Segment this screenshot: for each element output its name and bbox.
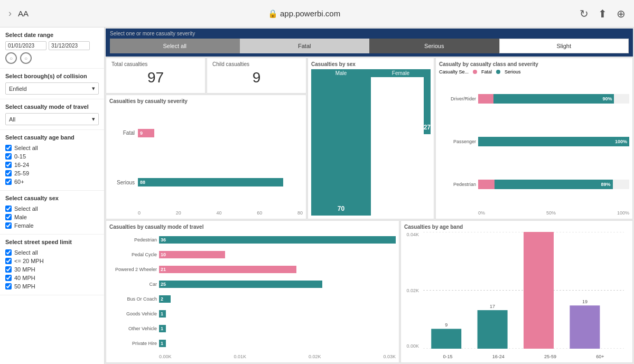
sex-female[interactable]: Female [5, 221, 99, 230]
female-bar: 27 [424, 77, 431, 134]
share-icon[interactable]: ⬆ [598, 7, 607, 20]
pedal-cycle-bar: 10 [159, 251, 225, 258]
age-band-label: Select casualty age band [5, 134, 99, 141]
borough-value: Enfield [9, 86, 27, 92]
other-bar: 1 [159, 325, 166, 332]
back-button[interactable]: › [8, 8, 12, 19]
p2w-label: Powered 2 Wheeler [109, 267, 157, 272]
mode-bars: Pedestrian 36 Pedal Cycle 10 Powered 2 W… [109, 232, 396, 353]
other-row: Other Vehicle 1 [109, 324, 396, 333]
url-bar[interactable]: 🔒 app.powerbi.com [35, 9, 573, 18]
speed-label: Select street speed limit [5, 239, 99, 245]
severity-bar-chart: Casualties by casualty severity Fatal 9 … [106, 95, 306, 219]
bus-bar: 2 [159, 295, 171, 303]
male-value: 70 [338, 205, 344, 212]
y-label-bot: 0.00K [404, 343, 419, 349]
child-label: Child casualties [212, 61, 301, 67]
age-select-all[interactable]: Select all [5, 144, 99, 152]
fatal-legend-label: Fatal [481, 69, 492, 74]
severity-x-axis: 0 20 40 60 80 [109, 210, 303, 216]
sex-filter: Select casualty sex Select all Male Fema… [0, 191, 104, 235]
p2w-row: Powered 2 Wheeler 21 [109, 265, 396, 274]
class-chart-title: Casualty by casualty class and severity [439, 61, 629, 67]
sex-chart: Casualties by sex Male 70 Female 27 [307, 58, 434, 219]
serious-legend-dot [496, 70, 500, 74]
mode-value: All [9, 116, 15, 123]
sex-chart-title: Casualties by sex [311, 61, 431, 67]
age-16-24[interactable]: 16-24 [5, 161, 99, 169]
speed-20[interactable]: <= 20 MPH [5, 257, 99, 265]
calendar-icon-1[interactable]: ○ [5, 52, 17, 64]
date-from-input[interactable] [5, 41, 46, 50]
car-label: Car [109, 282, 157, 287]
speed-select-all[interactable]: Select all [5, 248, 99, 257]
driver-label: Driver/Rider [439, 96, 476, 101]
sidebar: Select date range ○ ○ Select borough(s) … [0, 27, 105, 364]
speed-30[interactable]: 30 MPH [5, 265, 99, 274]
severity-section-label: Select one or more casualty severity [110, 31, 629, 36]
pedestrian-mode-label: Pedestrian [109, 237, 157, 242]
pedestrian-mode-container: 36 [159, 236, 396, 244]
sex-bars: Male 70 Female 27 [311, 69, 431, 216]
severity-buttons: Select all Fatal Serious Slight [110, 39, 629, 53]
child-casualties-card: Child casualties 9 [207, 58, 306, 94]
total-label: Total casualties [111, 61, 200, 67]
borough-dropdown[interactable]: Enfield ▾ [5, 82, 99, 95]
goods-bar: 1 [159, 310, 166, 318]
age-bar-25-59 [524, 232, 554, 349]
y-label-top: 0.04K [404, 232, 419, 237]
age-chart-title: Casualties by age band [404, 224, 629, 230]
age-band-filter: Select casualty age band Select all 0-15… [0, 130, 104, 191]
class-legend: Casualty Se... Fatal Serious [439, 69, 629, 74]
goods-container: 1 [159, 310, 396, 318]
serious-bar-row: Serious 88 [109, 176, 303, 188]
chevron-down-icon-2: ▾ [92, 116, 95, 123]
speed-list: Select all <= 20 MPH 30 MPH 40 MPH 50 MP… [5, 248, 99, 291]
age-0-15[interactable]: 0-15 [5, 152, 99, 161]
age-chart: Casualties by age band 0.04K 0.02K 0.00K [400, 220, 633, 363]
age-25-59[interactable]: 25-59 [5, 169, 99, 178]
class-x-axis: 0% 50% 100% [439, 210, 629, 216]
sex-list: Select all Male Female [5, 204, 99, 230]
speed-50[interactable]: 50 MPH [5, 282, 99, 291]
male-bar: 70 [311, 77, 371, 216]
age-chart-inner: 0.04K 0.02K 0.00K 9 [404, 232, 629, 359]
passenger-bar: 100% [478, 137, 629, 146]
compass-icon[interactable]: ⊕ [617, 7, 626, 20]
age-x-16-24: 16-24 [492, 354, 505, 359]
age-x-25-59: 25-59 [544, 354, 556, 359]
p2w-container: 21 [159, 266, 396, 273]
font-size-control[interactable]: AA [18, 9, 29, 18]
mode-label: Select casualty mode of travel [5, 104, 99, 110]
male-header: Male [311, 69, 371, 77]
severity-fatal[interactable]: Fatal [240, 39, 370, 53]
age-60-plus[interactable]: 60+ [5, 178, 99, 186]
fatal-legend-dot [473, 70, 477, 74]
mode-chart: Casualties by casualty mode of travel Pe… [106, 220, 399, 363]
sex-select-all[interactable]: Select all [5, 204, 99, 213]
total-casualties-card: Total casualties 97 [106, 58, 206, 94]
car-row: Car 25 [109, 279, 396, 289]
age-band-list: Select all 0-15 16-24 25-59 60+ [5, 144, 99, 186]
car-container: 25 [159, 281, 396, 288]
dashboard: Select date range ○ ○ Select borough(s) … [0, 27, 634, 364]
serious-legend-label: Serious [505, 69, 521, 74]
left-column: Total casualties 97 Child casualties 9 C… [106, 58, 306, 219]
severity-slight[interactable]: Slight [499, 39, 629, 53]
age-bar-60-plus [570, 305, 600, 349]
mode-dropdown[interactable]: All ▾ [5, 113, 99, 125]
sex-male[interactable]: Male [5, 213, 99, 221]
severity-select-all[interactable]: Select all [110, 39, 240, 53]
passenger-bar-row: Passenger 100% [439, 137, 629, 146]
class-bars: Driver/Rider 90% Passenger 100% Pedes [439, 77, 629, 209]
severity-serious[interactable]: Serious [369, 39, 499, 53]
date-inputs [5, 41, 99, 50]
date-to-input[interactable] [49, 41, 90, 50]
severity-section: Select one or more casualty severity Sel… [106, 29, 633, 57]
bus-container: 2 [159, 295, 396, 303]
refresh-icon[interactable]: ↻ [580, 7, 589, 20]
male-column: Male 70 [311, 69, 371, 216]
calendar-icon-2[interactable]: ○ [20, 52, 32, 64]
female-column: Female 27 [371, 69, 431, 216]
speed-40[interactable]: 40 MPH [5, 274, 99, 282]
